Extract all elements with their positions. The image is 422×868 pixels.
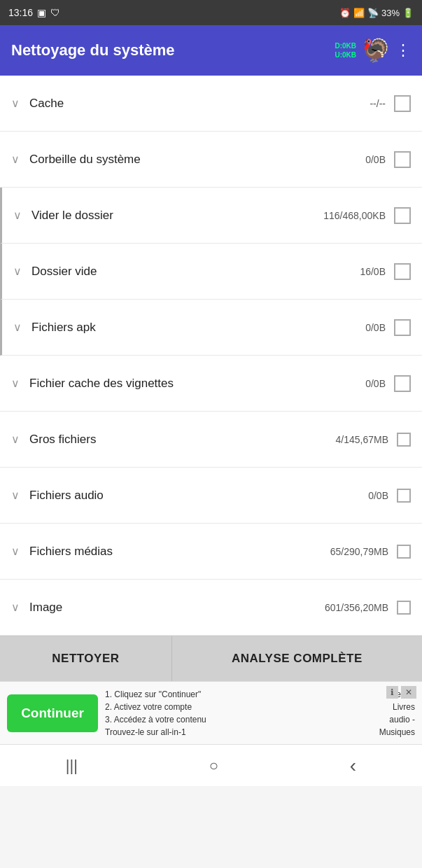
status-bar: 13:16 ▣ 🛡 ⏰ 📶 📡 33% 🔋 [0, 0, 422, 25]
nav-bar: ||| ○ ‹ [0, 744, 422, 786]
chevron-icon-cache_vig[interactable]: ∨ [11, 377, 20, 390]
item-checkbox-gros[interactable] [397, 433, 411, 447]
chevron-icon-corbeille[interactable]: ∨ [11, 153, 20, 166]
item-checkbox-apk[interactable] [394, 319, 411, 336]
item-checkbox-image[interactable] [397, 601, 411, 615]
network-download: D:0KB [335, 41, 356, 50]
list-item-audio[interactable]: ∨Fichiers audio0/0B [0, 468, 422, 524]
ad-banner: ℹ ✕ Continuer 1. Cliquez sur "Continuer"… [0, 681, 422, 744]
item-label-corbeille: Corbeille du système [29, 153, 365, 167]
item-value-image: 601/356,20MB [325, 602, 388, 613]
item-checkbox-cache_vig[interactable] [394, 375, 411, 392]
chevron-icon-vider[interactable]: ∨ [13, 209, 22, 222]
chevron-icon-dossier[interactable]: ∨ [13, 265, 22, 278]
status-left: 13:16 ▣ 🛡 [8, 7, 60, 18]
item-label-cache_vig: Fichier cache des vignettes [29, 377, 365, 391]
ad-continue-button[interactable]: Continuer [7, 694, 98, 732]
ad-text-line4: Trouvez-le sur all-in-1 [105, 726, 372, 738]
battery-level: 33% [381, 8, 400, 18]
turkey-icon: 🦃 [362, 37, 390, 64]
item-label-cache: Cache [29, 97, 370, 111]
item-checkbox-medias[interactable] [397, 545, 411, 559]
item-checkbox-dossier[interactable] [394, 263, 411, 280]
ad-text-line1: 1. Cliquez sur "Continuer" [105, 688, 372, 701]
status-right: ⏰ 📶 📡 33% 🔋 [339, 8, 414, 18]
item-value-cache: --/-- [370, 98, 386, 109]
item-checkbox-vider[interactable] [394, 207, 411, 224]
item-label-audio: Fichiers audio [29, 489, 368, 503]
clean-button[interactable]: NETTOYER [0, 636, 172, 681]
sim-icon: ▣ [37, 7, 46, 18]
item-value-gros: 4/145,67MB [336, 434, 389, 445]
item-value-medias: 65/290,79MB [330, 546, 388, 557]
status-time: 13:16 [8, 7, 33, 18]
list-item-cache_vig[interactable]: ∨Fichier cache des vignettes0/0B [0, 356, 422, 412]
ad-cat-line2: Livres [379, 701, 415, 713]
list-item-dossier[interactable]: ∨Dossier vide16/0B [0, 244, 422, 300]
ad-text-line2: 2. Activez votre compte [105, 701, 372, 713]
network-info: D:0KB U:0KB [335, 41, 356, 59]
chevron-icon-audio[interactable]: ∨ [11, 489, 20, 502]
item-label-medias: Fichiers médias [29, 545, 330, 559]
list-item-medias[interactable]: ∨Fichiers médias65/290,79MB [0, 524, 422, 580]
list-item-gros[interactable]: ∨Gros fichiers4/145,67MB [0, 412, 422, 468]
item-value-cache_vig: 0/0B [365, 378, 386, 389]
app-title: Nettoyage du système [11, 41, 175, 59]
item-checkbox-cache[interactable] [394, 95, 411, 112]
item-value-audio: 0/0B [368, 490, 388, 501]
ad-text: 1. Cliquez sur "Continuer" 2. Activez vo… [105, 688, 372, 738]
ad-close-button[interactable]: ✕ [401, 686, 416, 699]
item-label-apk: Fichiers apk [31, 321, 365, 335]
chevron-icon-gros[interactable]: ∨ [11, 433, 20, 446]
nav-home-button[interactable]: ○ [195, 754, 232, 778]
chevron-icon-cache[interactable]: ∨ [11, 97, 20, 110]
chevron-icon-medias[interactable]: ∨ [11, 545, 20, 558]
list-item-corbeille[interactable]: ∨Corbeille du système0/0B [0, 132, 422, 188]
nav-menu-button[interactable]: ||| [52, 754, 92, 778]
ad-cat-line3: audio - [379, 713, 415, 726]
ad-controls: ℹ ✕ [386, 686, 416, 699]
ad-info-button[interactable]: ℹ [386, 686, 398, 699]
list-item-vider[interactable]: ∨Vider le dossier116/468,00KB [0, 188, 422, 244]
item-value-apk: 0/0B [365, 322, 386, 333]
item-checkbox-audio[interactable] [397, 489, 411, 503]
item-value-corbeille: 0/0B [365, 154, 386, 165]
battery-icon: 🔋 [402, 8, 414, 18]
bottom-buttons: NETTOYER ANALYSE COMPLÈTE [0, 636, 422, 681]
analyse-button[interactable]: ANALYSE COMPLÈTE [172, 636, 422, 681]
header-icons: D:0KB U:0KB 🦃 ⋮ [335, 37, 411, 64]
network-upload: U:0KB [335, 50, 356, 59]
shield-icon: 🛡 [50, 7, 60, 18]
more-options-icon[interactable]: ⋮ [395, 43, 411, 58]
app-header: Nettoyage du système D:0KB U:0KB 🦃 ⋮ [0, 25, 422, 76]
item-label-dossier: Dossier vide [31, 265, 360, 279]
wifi-icon: 📶 [353, 8, 365, 18]
item-label-gros: Gros fichiers [29, 433, 336, 447]
list-item-image[interactable]: ∨Image601/356,20MB [0, 580, 422, 636]
chevron-icon-image[interactable]: ∨ [11, 601, 20, 614]
signal-icon: 📡 [367, 8, 379, 18]
ad-cat-line4: Musiques [379, 726, 415, 738]
chevron-icon-apk[interactable]: ∨ [13, 321, 22, 334]
ad-text-line3: 3. Accédez à votre contenu [105, 713, 372, 726]
item-value-vider: 116/468,00KB [323, 210, 386, 221]
nav-back-button[interactable]: ‹ [336, 752, 370, 780]
alarm-icon: ⏰ [339, 8, 351, 18]
list-item-cache[interactable]: ∨Cache--/-- [0, 76, 422, 132]
item-label-image: Image [29, 601, 325, 615]
item-checkbox-corbeille[interactable] [394, 151, 411, 168]
clean-list: ∨Cache--/--∨Corbeille du système0/0B∨Vid… [0, 76, 422, 636]
item-value-dossier: 16/0B [360, 266, 386, 277]
list-item-apk[interactable]: ∨Fichiers apk0/0B [0, 300, 422, 356]
item-label-vider: Vider le dossier [31, 209, 323, 223]
